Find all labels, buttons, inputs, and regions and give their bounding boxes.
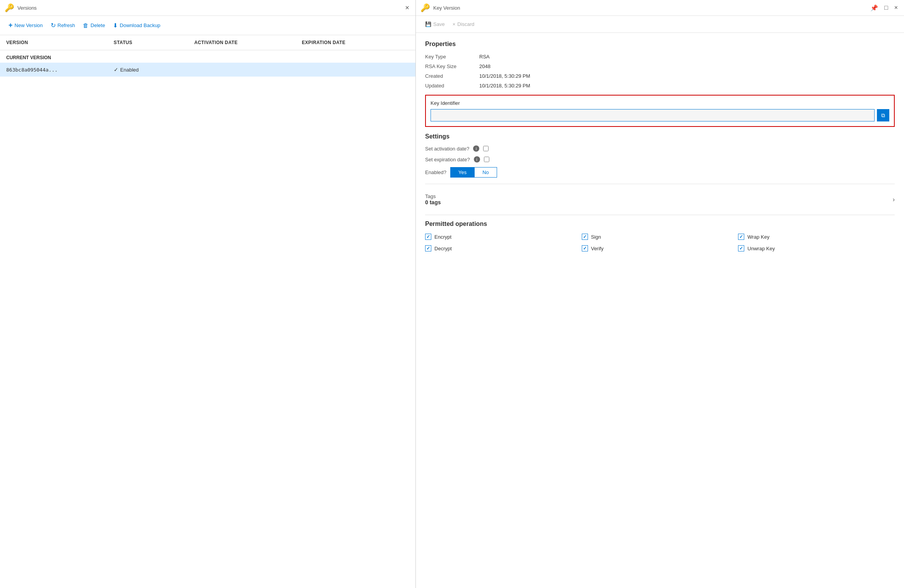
- activation-date-label: Set activation date?: [425, 146, 469, 152]
- wrap-key-label: Wrap Key: [747, 234, 769, 240]
- trash-icon: 🗑: [83, 22, 89, 29]
- col-activation: ACTIVATION DATE: [194, 40, 302, 45]
- key-identifier-box: Key Identifier ⧉: [425, 95, 895, 127]
- activation-date-checkbox[interactable]: [483, 146, 489, 151]
- check-icon: ✓: [114, 67, 118, 73]
- tags-label: Tags: [425, 193, 441, 199]
- unwrap-key-checkbox[interactable]: [738, 245, 744, 251]
- left-close-button[interactable]: ×: [404, 4, 411, 11]
- pin-button[interactable]: 📌: [869, 3, 880, 12]
- save-icon: 💾: [425, 21, 431, 27]
- prop-rsa-size: RSA Key Size 2048: [425, 63, 895, 69]
- tags-row[interactable]: Tags 0 tags ›: [425, 190, 895, 209]
- prop-rsa-size-label: RSA Key Size: [425, 63, 472, 69]
- key-identifier-input-row: ⧉: [431, 109, 889, 121]
- properties-title: Properties: [425, 41, 895, 48]
- prop-created: Created 10/1/2018, 5:30:29 PM: [425, 73, 895, 79]
- sign-label: Sign: [591, 234, 601, 240]
- prop-updated: Updated 10/1/2018, 5:30:29 PM: [425, 83, 895, 89]
- encrypt-checkbox[interactable]: [425, 234, 431, 240]
- right-title-bar: 🔑 Key Version 📌 □ ×: [416, 0, 904, 16]
- prop-rsa-size-value: 2048: [479, 63, 490, 69]
- col-status: STATUS: [114, 40, 194, 45]
- expiration-date-checkbox[interactable]: [484, 157, 489, 162]
- expiration-date-row: Set expiration date? i: [425, 156, 895, 162]
- tags-chevron-icon: ›: [893, 196, 895, 203]
- prop-key-type: Key Type RSA: [425, 54, 895, 60]
- activation-date-row: Set activation date? i: [425, 145, 895, 152]
- left-title-left: 🔑 Versions: [5, 3, 37, 12]
- key-identifier-input[interactable]: [431, 109, 875, 121]
- tags-info: Tags 0 tags: [425, 193, 441, 205]
- perm-encrypt: Encrypt: [425, 234, 582, 240]
- key-version-panel: 🔑 Key Version 📌 □ × 💾 Save × Discard Pro…: [416, 0, 904, 588]
- copy-icon: ⧉: [881, 112, 885, 119]
- unwrap-key-label: Unwrap Key: [747, 246, 775, 251]
- verify-checkbox[interactable]: [582, 245, 588, 251]
- encrypt-label: Encrypt: [434, 234, 451, 240]
- key-icon-left: 🔑: [5, 3, 14, 12]
- download-backup-label: Download Backup: [120, 22, 161, 28]
- expiration-info-icon: i: [474, 156, 480, 162]
- prop-updated-label: Updated: [425, 83, 472, 89]
- right-title-icons: 📌 □ ×: [869, 3, 899, 12]
- prop-created-label: Created: [425, 73, 472, 79]
- enabled-no-button[interactable]: No: [474, 167, 497, 178]
- refresh-icon: ↻: [51, 22, 56, 29]
- left-toolbar: + New Version ↻ Refresh 🗑 Delete ⬇ Downl…: [0, 16, 415, 35]
- new-version-button[interactable]: + New Version: [5, 20, 46, 31]
- row-status-value: ✓ Enabled: [114, 67, 194, 73]
- key-identifier-label: Key Identifier: [431, 100, 889, 106]
- left-title-bar: 🔑 Versions ×: [0, 0, 415, 16]
- expiration-date-label: Set expiration date?: [425, 157, 470, 162]
- download-backup-button[interactable]: ⬇ Download Backup: [110, 21, 164, 31]
- perm-sign: Sign: [582, 234, 738, 240]
- perm-unwrap-key: Unwrap Key: [738, 245, 895, 251]
- delete-button[interactable]: 🗑 Delete: [80, 21, 108, 30]
- left-panel-title: Versions: [17, 5, 37, 11]
- enabled-toggle-row: Enabled? Yes No: [425, 167, 895, 178]
- settings-title: Settings: [425, 133, 895, 140]
- permitted-operations-section: Permitted operations Encrypt Sign Wrap K…: [425, 220, 895, 251]
- perm-verify: Verify: [582, 245, 738, 251]
- permitted-operations-grid: Encrypt Sign Wrap Key Decrypt Verify: [425, 234, 895, 251]
- discard-button[interactable]: × Discard: [449, 20, 478, 29]
- prop-created-value: 10/1/2018, 5:30:29 PM: [479, 73, 530, 79]
- key-icon-right: 🔑: [420, 3, 430, 12]
- right-content: Properties Key Type RSA RSA Key Size 204…: [416, 33, 904, 588]
- discard-icon: ×: [453, 21, 456, 27]
- row-version-value: 863bc8a095044a...: [6, 67, 114, 73]
- decrypt-checkbox[interactable]: [425, 245, 431, 251]
- save-button[interactable]: 💾 Save: [422, 20, 448, 29]
- copy-key-identifier-button[interactable]: ⧉: [877, 109, 889, 121]
- permitted-operations-title: Permitted operations: [425, 220, 895, 227]
- plus-icon: +: [9, 21, 13, 29]
- save-label: Save: [433, 21, 445, 27]
- verify-label: Verify: [591, 246, 604, 251]
- prop-updated-value: 10/1/2018, 5:30:29 PM: [479, 83, 530, 89]
- versions-panel: 🔑 Versions × + New Version ↻ Refresh 🗑 D…: [0, 0, 416, 588]
- divider-1: [425, 184, 895, 184]
- perm-decrypt: Decrypt: [425, 245, 582, 251]
- prop-key-type-value: RSA: [479, 54, 490, 60]
- refresh-label: Refresh: [58, 22, 75, 28]
- settings-section: Settings Set activation date? i Set expi…: [425, 133, 895, 178]
- wrap-key-checkbox[interactable]: [738, 234, 744, 240]
- right-close-button[interactable]: ×: [893, 3, 899, 12]
- perm-wrap-key: Wrap Key: [738, 234, 895, 240]
- col-expiration: EXPIRATION DATE: [302, 40, 409, 45]
- refresh-button[interactable]: ↻ Refresh: [48, 20, 79, 31]
- right-panel-title: Key Version: [433, 5, 460, 11]
- col-version: VERSION: [6, 40, 114, 45]
- right-toolbar: 💾 Save × Discard: [416, 16, 904, 33]
- maximize-button[interactable]: □: [883, 3, 890, 12]
- prop-key-type-label: Key Type: [425, 54, 472, 60]
- sign-checkbox[interactable]: [582, 234, 588, 240]
- new-version-label: New Version: [15, 22, 43, 28]
- enabled-yes-button[interactable]: Yes: [450, 167, 474, 178]
- divider-2: [425, 215, 895, 215]
- table-row[interactable]: 863bc8a095044a... ✓ Enabled: [0, 63, 415, 77]
- download-icon: ⬇: [113, 22, 118, 29]
- right-title-left: 🔑 Key Version: [420, 3, 460, 12]
- tags-count: 0 tags: [425, 199, 441, 205]
